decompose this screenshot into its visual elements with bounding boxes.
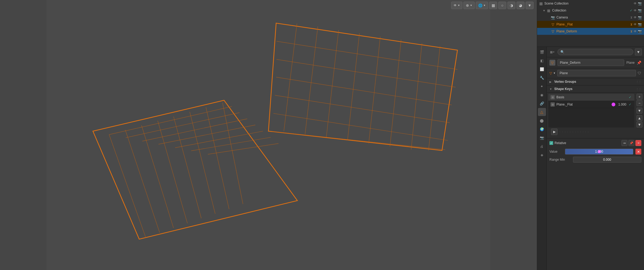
plane-deform-filter-icon[interactable]: ⊻ [630, 30, 632, 33]
plane-flat-icon: ▽ [551, 22, 555, 27]
mesh-type-dropdown[interactable]: ▽ ▼ [549, 71, 556, 75]
vertex-groups-section-header[interactable]: ▶ Vertex Groups ⋮⋮ [547, 78, 644, 85]
overlay-btn[interactable]: ⊕ ▼ [463, 2, 475, 9]
sidebar-icon-output[interactable]: 🖨 [538, 142, 546, 150]
mesh-name-field[interactable] [557, 70, 636, 76]
add-shape-key-btn[interactable]: + [636, 94, 642, 100]
relative-label[interactable]: ✓ Relative [549, 141, 620, 145]
gizmo-icon: 🌐 [478, 3, 482, 8]
sidebar-icon-compositing[interactable]: ◈ [538, 151, 546, 159]
relative-text: Relative [555, 141, 566, 145]
outliner-item-plane-deform[interactable]: ▶ ▽ Plane_Deform ⊻ 👁 📷 [537, 28, 644, 35]
quad-view-btn[interactable]: ▦ [489, 2, 497, 9]
collection-visibility-icon[interactable]: 👁 [634, 9, 637, 12]
shape-keys-section-header[interactable]: ▼ Shape Keys ⋮⋮ [547, 85, 644, 93]
outliner-item-plane-flat[interactable]: ▶ ▽ Plane._Flat ⊻ 👁 📷 [537, 21, 644, 28]
viewport-shading-btn[interactable]: 👁 ▼ [451, 2, 462, 9]
camera-render-icon[interactable]: 📷 [638, 16, 642, 19]
viewport[interactable]: 👁 ▼ ⊕ ▼ 🌐 ▼ ▦ ○ ◑ ◕ ▼ [0, 0, 537, 270]
object-name-field[interactable] [557, 59, 624, 66]
object-type-label: Plane [626, 61, 635, 65]
pin-icon[interactable]: 📌 [637, 61, 641, 65]
modifier-icon: 🔧 [540, 76, 544, 80]
shape-key-more-btn[interactable]: ▼ [636, 108, 642, 114]
gizmo-btn[interactable]: 🌐 ▼ [476, 2, 488, 9]
solid-shading-btn[interactable]: ○ [498, 2, 506, 9]
plane-flat-key-symbol: ▦ [552, 103, 554, 106]
rendered-shading-btn[interactable]: ◕ [516, 2, 525, 9]
plane-flat-visibility-icon[interactable]: 👁 [634, 22, 637, 26]
relative-checkbox[interactable]: ✓ [549, 141, 553, 145]
sidebar-icon-render[interactable]: 📷 [538, 134, 546, 142]
plane-flat-filter-icon[interactable]: ⊻ [630, 23, 632, 26]
rendered-icon: ◕ [519, 3, 522, 8]
sidebar-icon-physics[interactable]: ◉ [538, 91, 546, 99]
camera-actions: ⊻ 👁 📷 [630, 16, 642, 19]
shape-key-row-basis[interactable]: ▦ Basis ✓ [548, 94, 634, 101]
mesh-dropdown-arrow: ▼ [553, 72, 556, 74]
range-min-slider[interactable]: 0.000 [573, 157, 641, 163]
shape-key-down-btn[interactable]: ▼ [636, 122, 642, 128]
sidebar-icon-modifier[interactable]: 🔧 [538, 74, 546, 82]
value-close-btn[interactable]: ✕ [635, 149, 641, 155]
scene-collection-row[interactable]: ▦ Scene Collection 👁 📷 [537, 0, 644, 7]
value-label: Value [549, 150, 563, 153]
scene-icon: 🎬 [540, 50, 544, 54]
sidebar-icon-constraints[interactable]: 🔗 [538, 99, 546, 107]
relative-close-btn[interactable]: ✕ [635, 140, 641, 146]
play-row: ▶ · · · · · · · · · · · · [548, 128, 642, 136]
range-min-label: Range Min [549, 158, 571, 162]
plane-flat-render-icon[interactable]: 📷 [638, 22, 642, 26]
plane-flat-color-dot [612, 103, 615, 106]
play-btn[interactable]: ▶ [551, 129, 557, 135]
sidebar-icon-material[interactable]: ⬤ [538, 117, 546, 125]
sidebar-icon-scene[interactable]: 🎬 [538, 48, 546, 56]
plane-deform-visibility-icon[interactable]: 👁 [634, 29, 637, 33]
properties-sidebar: 🎬 ◧ ⬜ 🔧 ✦ ◉ 🔗 △ ⬤ [537, 47, 547, 270]
mesh-name-row: ▽ ▼ 🛡 [547, 68, 644, 78]
quad-icon: ▦ [492, 3, 495, 8]
relative-normalize-btn[interactable]: ⇔ [621, 140, 627, 146]
visibility-icon-scene[interactable]: 👁 [634, 2, 637, 5]
remove-shape-key-btn[interactable]: − [636, 100, 642, 106]
material-side-icon: ⬤ [540, 119, 544, 123]
render-icon-scene[interactable]: 📷 [638, 2, 642, 5]
shape-key-side-buttons: + − ▼ ▲ ▼ [636, 94, 642, 128]
shape-keys-content: ▦ Basis ✓ ▦ Plane._Flat 1.000 [547, 93, 644, 137]
range-min-row: Range Min 0.000 [547, 156, 644, 164]
sidebar-icon-object-data[interactable]: △ [538, 108, 546, 116]
range-min-value: 0.000 [573, 158, 641, 162]
sidebar-icon-view-layer[interactable]: ◧ [538, 57, 546, 65]
collection-collapse-btn[interactable]: ▼ [542, 9, 546, 12]
camera-visibility-icon[interactable]: 👁 [634, 16, 637, 19]
dropdown-arrow: ▼ [458, 4, 460, 7]
overlay-icon: ⊕ [466, 3, 469, 8]
outliner-item-collection[interactable]: ▼ ▦ Collection ✓ 👁 📷 [537, 7, 644, 14]
material-icon: ◑ [510, 3, 513, 8]
plane-flat-check[interactable]: ✓ [628, 102, 632, 107]
material-shading-btn[interactable]: ◑ [507, 2, 515, 9]
shape-keys-dots: ⋮⋮ [636, 88, 641, 91]
collection-render-icon[interactable]: 📷 [638, 9, 642, 12]
value-slider[interactable]: 1.000 [565, 149, 633, 155]
shape-key-row-plane-flat[interactable]: ▦ Plane._Flat 1.000 ✓ [548, 101, 634, 108]
sidebar-icon-object[interactable]: ⬜ [538, 65, 546, 73]
relative-pin-btn[interactable]: 📌 [628, 140, 634, 146]
props-dropdown-btn[interactable]: ▦ ▼ [549, 48, 556, 55]
basis-check[interactable]: ✓ [628, 95, 632, 99]
sidebar-icon-particles[interactable]: ✦ [538, 82, 546, 90]
object-props-icon: ⬜ [540, 67, 544, 71]
sidebar-icon-world[interactable]: 🌍 [538, 125, 546, 133]
outliner-item-camera[interactable]: ▶ 📷 Camera ⊻ 👁 📷 [537, 14, 644, 21]
object-name-row: ▽ Plane 📌 [547, 57, 644, 68]
camera-filter-icon[interactable]: ⊻ [630, 16, 632, 19]
collection-check-icon[interactable]: ✓ [630, 9, 632, 12]
search-expand-btn[interactable]: ▼ [635, 48, 642, 55]
plane-deform-render-icon[interactable]: 📷 [638, 29, 642, 33]
svg-rect-0 [47, 0, 490, 270]
shape-key-up-btn[interactable]: ▲ [636, 115, 642, 121]
shading-more-btn[interactable]: ▼ [526, 2, 534, 9]
plane-deform-label: Plane_Deform [556, 29, 630, 33]
search-input[interactable] [557, 49, 633, 55]
shield-icon[interactable]: 🛡 [638, 71, 641, 75]
